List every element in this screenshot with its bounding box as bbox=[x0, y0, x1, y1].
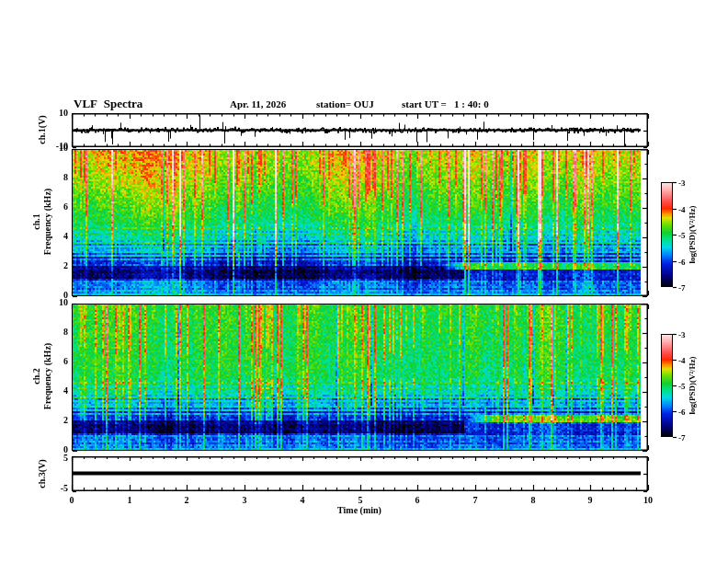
colorbar-ch2-canvas bbox=[661, 334, 673, 437]
colorbar1-tick-label--4: -4 bbox=[678, 204, 700, 215]
colorbar2-tick-label--5: -5 bbox=[678, 381, 700, 392]
colorbar2-tick-label--6: -6 bbox=[678, 407, 700, 418]
colorbar2-tick-label--4: -4 bbox=[678, 355, 700, 366]
x-tick-label-3: 3 bbox=[231, 495, 258, 506]
x-tick-label-8: 8 bbox=[519, 495, 547, 506]
colorbar2-tick-label--7: -7 bbox=[678, 432, 700, 443]
ch1-frequency-axis-label-line2: Frequency (kHz) bbox=[42, 148, 53, 295]
date-label: Apr. 11, 2026 bbox=[230, 98, 286, 109]
spec2-y-tick-label-2: 2 bbox=[33, 415, 68, 426]
ch2-spectrogram-canvas bbox=[73, 304, 641, 450]
x-tick-label-2: 2 bbox=[173, 495, 200, 506]
x-tick-label-4: 4 bbox=[289, 495, 316, 506]
spec1-y-tick-label-8: 8 bbox=[33, 172, 68, 183]
x-tick-label-9: 9 bbox=[576, 495, 604, 506]
ch1-frequency-axis-label-line1: ch.1 bbox=[31, 148, 42, 295]
ch3-y-tick-label-bottom: -5 bbox=[33, 483, 68, 494]
spec2-y-tick-label-10: 10 bbox=[33, 297, 68, 308]
x-tick-label-6: 6 bbox=[404, 495, 431, 506]
spec1-y-tick-label-6: 6 bbox=[33, 201, 68, 213]
ch3-waveform-canvas bbox=[73, 457, 641, 489]
ch1-frequency-axis-label: ch.1 Frequency (kHz) bbox=[31, 148, 53, 295]
colorbar1-tick-label--7: -7 bbox=[678, 282, 700, 293]
spec2-y-tick-label-4: 4 bbox=[33, 385, 68, 396]
ch1-waveform-canvas bbox=[73, 114, 641, 146]
spec2-y-tick-label-6: 6 bbox=[33, 356, 68, 367]
colorbar1-tick-label--6: -6 bbox=[678, 257, 700, 268]
x-tick-label-0: 0 bbox=[58, 495, 85, 506]
spec1-y-tick-label-2: 2 bbox=[33, 260, 68, 271]
vlf-spectra-figure: VLF Spectra Apr. 11, 2026 station= OUJ s… bbox=[0, 0, 728, 563]
ch1-spectrogram-canvas bbox=[73, 150, 641, 295]
x-tick-label-5: 5 bbox=[347, 495, 374, 506]
ch3-y-tick-label-top: 5 bbox=[33, 453, 68, 464]
ch1-y-tick-label-top: 10 bbox=[33, 108, 68, 119]
figure-title: VLF Spectra bbox=[74, 97, 142, 111]
colorbar-ch1-canvas bbox=[661, 182, 673, 287]
x-tick-label-1: 1 bbox=[116, 495, 143, 506]
x-tick-label-7: 7 bbox=[461, 495, 489, 506]
ch1-y-tick-label-bottom: -10 bbox=[33, 141, 68, 152]
spec2-y-tick-label-8: 8 bbox=[33, 327, 68, 338]
station-label: station= OUJ bbox=[316, 98, 374, 109]
start-ut-label: start UT = 1 : 40: 0 bbox=[402, 98, 489, 109]
colorbar2-tick-label--3: -3 bbox=[678, 329, 700, 340]
colorbar1-tick-label--3: -3 bbox=[678, 178, 700, 189]
x-tick-label-10: 10 bbox=[634, 495, 662, 506]
colorbar1-tick-label--5: -5 bbox=[678, 230, 700, 241]
time-axis-label: Time (min) bbox=[286, 505, 433, 516]
spec1-y-tick-label-4: 4 bbox=[33, 231, 68, 242]
